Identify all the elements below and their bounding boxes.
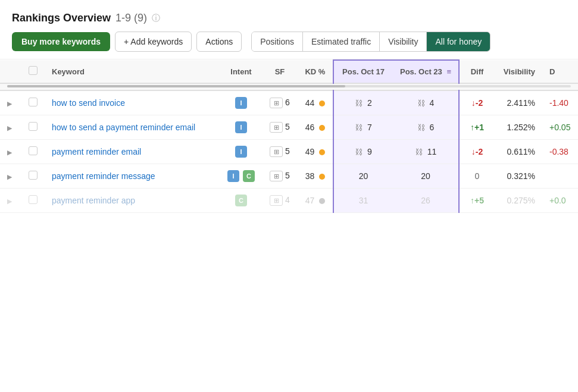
table-row: ▶ how to send a payment reminder email I… — [0, 115, 578, 140]
keyword-link[interactable]: how to send invoice — [52, 98, 125, 108]
chart-tab-group: Positions Estimated traffic Visibility A… — [251, 32, 490, 52]
select-all-checkbox[interactable] — [29, 66, 38, 75]
sf-icon: ⊞ — [270, 146, 283, 157]
d-value: +0.0 — [549, 196, 566, 205]
row-diff: ↑+1 — [459, 115, 495, 140]
row-checkbox[interactable] — [21, 115, 45, 140]
row-intent: I — [220, 115, 262, 140]
diff-value: ↑+5 — [470, 196, 484, 205]
row-keyword: how to send a payment reminder email — [45, 115, 220, 140]
row-intent: C — [220, 189, 262, 213]
table-row: ▶ payment reminder email I ⊞ 5 49 — [0, 140, 578, 164]
keyword-link[interactable]: how to send a payment reminder email — [52, 123, 195, 132]
row-expand[interactable]: ▶ — [0, 189, 21, 213]
table-row: ▶ payment reminder app C ⊞ 4 47 — [0, 189, 578, 213]
tab-all-for-honey[interactable]: All for honey — [427, 32, 490, 51]
row-pos17: 31 — [333, 189, 393, 213]
row-pos17: ⛓ 2 — [333, 90, 393, 115]
d-value: -0.38 — [549, 147, 568, 156]
add-keywords-button[interactable]: + Add keywords — [115, 32, 192, 52]
diff-value: ↑+1 — [470, 123, 484, 132]
intent-badge-c: C — [235, 195, 247, 206]
keyword-link[interactable]: payment reminder message — [52, 171, 155, 181]
row-checkbox[interactable] — [21, 189, 45, 213]
row-diff: ↓-2 — [459, 140, 495, 164]
row-checkbox[interactable] — [21, 164, 45, 189]
page-title: Rankings Overview — [12, 12, 111, 24]
row-kd: 46 — [298, 115, 333, 140]
link-icon: ⛓ — [417, 99, 425, 108]
row-keyword: payment reminder message — [45, 164, 220, 189]
header-expand — [0, 60, 21, 83]
rankings-table: Keyword Intent SF KD % Pos. Oct 17 — [0, 59, 578, 213]
row-intent: I — [220, 140, 262, 164]
page-range: 1-9 (9) — [115, 12, 147, 24]
rankings-table-container: Keyword Intent SF KD % Pos. Oct 17 — [0, 59, 578, 213]
tab-estimated-traffic[interactable]: Estimated traffic — [303, 32, 380, 51]
row-pos23: 20 — [393, 164, 459, 189]
d-value: -1.40 — [549, 98, 568, 108]
row-pos17: 20 — [333, 164, 393, 189]
kd-dot — [319, 125, 325, 131]
d-value: +0.05 — [549, 123, 570, 132]
toolbar: Buy more keywords + Add keywords Actions… — [0, 32, 578, 59]
link-icon: ⛓ — [355, 123, 363, 132]
header-diff: Diff — [459, 60, 495, 83]
sort-icon[interactable]: ≡ — [446, 67, 451, 76]
row-expand[interactable]: ▶ — [0, 90, 21, 115]
row-diff: ↑+5 — [459, 189, 495, 213]
scroll-bar[interactable] — [7, 85, 571, 87]
row-kd: 38 — [298, 164, 333, 189]
header-checkbox[interactable] — [21, 60, 45, 83]
row-keyword: how to send invoice — [45, 90, 220, 115]
kd-dot — [319, 101, 325, 106]
diff-value: 0 — [475, 171, 480, 181]
row-sf: ⊞ 4 — [262, 189, 298, 213]
sf-icon: ⊞ — [270, 171, 283, 181]
sf-icon: ⊞ — [270, 122, 283, 133]
sf-icon: ⊞ — [270, 195, 283, 206]
row-diff: 0 — [459, 164, 495, 189]
row-sf: ⊞ 5 — [262, 115, 298, 140]
row-expand[interactable]: ▶ — [0, 164, 21, 189]
header-pos-oct23[interactable]: Pos. Oct 23 ≡ — [393, 60, 459, 83]
row-visibility: 0.321% — [495, 164, 542, 189]
row-sf: ⊞ 6 — [262, 90, 298, 115]
kd-dot — [319, 149, 325, 155]
link-icon: ⛓ — [415, 148, 423, 156]
buy-keywords-button[interactable]: Buy more keywords — [12, 32, 110, 51]
info-icon[interactable]: ⓘ — [152, 13, 160, 24]
row-d: -1.40 — [542, 90, 578, 115]
tab-positions[interactable]: Positions — [252, 32, 303, 51]
row-d: -0.38 — [542, 140, 578, 164]
tab-visibility[interactable]: Visibility — [380, 32, 427, 51]
row-kd: 44 — [298, 90, 333, 115]
diff-value: ↓-2 — [471, 147, 483, 156]
diff-value: ↓-2 — [471, 98, 483, 108]
scroll-row — [0, 83, 578, 90]
row-visibility: 1.252% — [495, 115, 542, 140]
kd-dot — [319, 198, 325, 204]
row-sf: ⊞ 5 — [262, 140, 298, 164]
row-d: +0.05 — [542, 115, 578, 140]
intent-badge-i: I — [235, 121, 247, 133]
row-kd: 47 — [298, 189, 333, 213]
keyword-link[interactable]: payment reminder email — [52, 147, 141, 156]
row-visibility: 0.275% — [495, 189, 542, 213]
table-row: ▶ payment reminder message I C ⊞ 5 38 — [0, 164, 578, 189]
row-pos17: ⛓ 9 — [333, 140, 393, 164]
table-row: ▶ how to send invoice I ⊞ 6 44 — [0, 90, 578, 115]
row-checkbox[interactable] — [21, 140, 45, 164]
link-icon: ⛓ — [355, 99, 363, 108]
header-pos-oct17[interactable]: Pos. Oct 17 — [333, 60, 393, 83]
page: Rankings Overview 1-9 (9) ⓘ Buy more key… — [0, 0, 578, 392]
row-expand[interactable]: ▶ — [0, 115, 21, 140]
actions-button[interactable]: Actions — [196, 32, 242, 52]
row-kd: 49 — [298, 140, 333, 164]
row-d — [542, 164, 578, 189]
row-checkbox[interactable] — [21, 90, 45, 115]
row-expand[interactable]: ▶ — [0, 140, 21, 164]
intent-badge-i: I — [235, 146, 247, 158]
row-intent: I C — [220, 164, 262, 189]
keyword-link[interactable]: payment reminder app — [52, 196, 135, 205]
